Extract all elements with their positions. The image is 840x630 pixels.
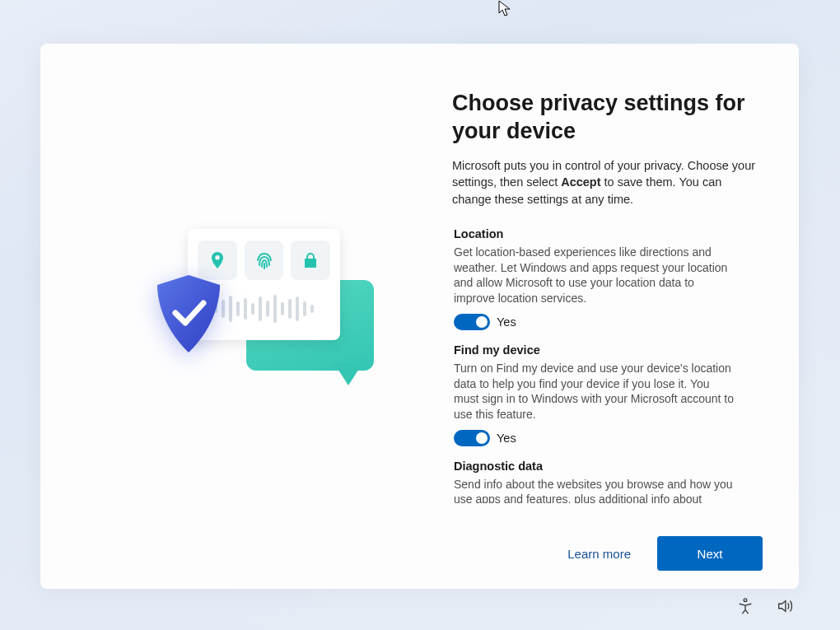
taskbar-icons (736, 597, 794, 618)
learn-more-link[interactable]: Learn more (567, 547, 631, 561)
page-title: Choose privacy settings for your device (452, 90, 762, 146)
intro-text: Microsoft puts you in control of your pr… (452, 157, 762, 208)
setting-find-my-device: Find my device Turn on Find my device an… (454, 343, 737, 446)
lock-icon (291, 240, 330, 280)
content-pane: Choose privacy settings for your device … (429, 44, 799, 589)
setting-description: Send info about the websites you browse … (454, 477, 737, 503)
shield-check-icon (152, 273, 225, 356)
find-my-device-toggle[interactable] (454, 430, 490, 446)
intro-bold: Accept (561, 175, 600, 189)
setting-title: Diagnostic data (454, 460, 737, 473)
location-toggle[interactable] (454, 314, 490, 330)
toggle-state-label: Yes (497, 432, 516, 445)
fingerprint-icon (245, 240, 284, 280)
mouse-cursor-icon (498, 0, 513, 18)
dialog-footer: Learn more Next (567, 536, 763, 571)
setting-title: Find my device (454, 343, 737, 357)
setting-description: Get location-based experiences like dire… (454, 245, 737, 306)
setting-description: Turn on Find my device and use your devi… (454, 361, 737, 422)
volume-icon[interactable] (776, 597, 794, 618)
settings-list[interactable]: Location Get location-based experiences … (452, 227, 762, 503)
accessibility-icon[interactable] (736, 597, 754, 618)
privacy-illustration (152, 229, 375, 410)
illustration-pane (40, 44, 429, 589)
next-button[interactable]: Next (657, 536, 763, 571)
setting-location: Location Get location-based experiences … (454, 227, 737, 330)
setting-diagnostic-data: Diagnostic data Send info about the webs… (454, 460, 737, 503)
setting-title: Location (454, 227, 737, 240)
privacy-dialog: Choose privacy settings for your device … (40, 44, 799, 589)
svg-point-0 (744, 599, 747, 602)
toggle-state-label: Yes (497, 315, 516, 329)
speech-bubble-tail (334, 362, 363, 385)
